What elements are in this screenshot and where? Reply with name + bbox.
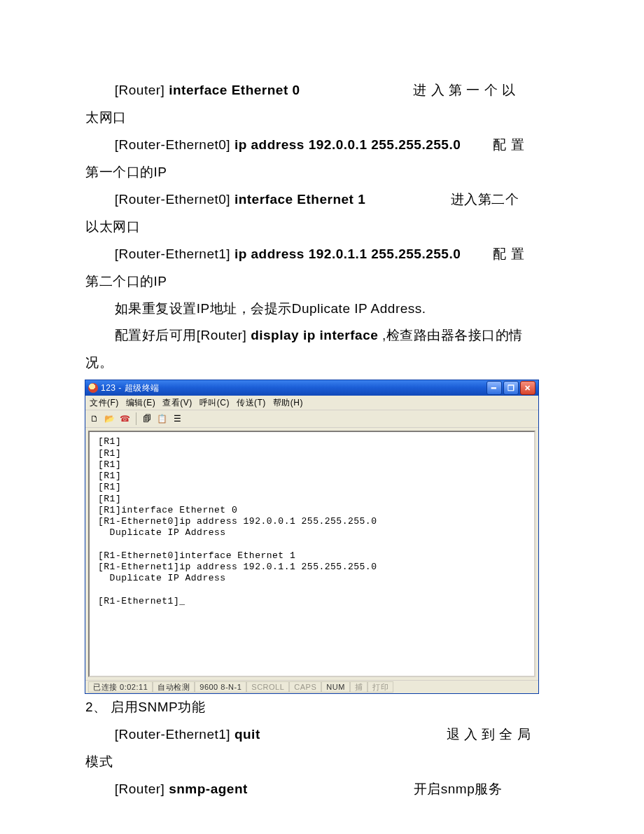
command-text: interface Ethernet 1 [234,192,365,207]
description-text: 退 入 到 全 局 [447,727,531,742]
status-num: NUM [321,681,350,693]
terminal-window: 123 - 超级终端 ━ ❐ ✕ 文件(F) 编辑(E) 查看(V) 呼叫(C)… [85,380,559,694]
paste-icon[interactable]: 📋 [156,412,169,425]
new-icon[interactable]: 🗋 [88,412,101,425]
description-text: 开启snmp服务 [414,781,502,796]
doc-line: [Router-Ethernet1] quit 退 入 到 全 局 [85,721,559,749]
doc-line: [Router] interface Ethernet 0 进 入 第 一 个 … [85,77,559,104]
prompt-text: [Router] [115,83,169,97]
doc-line: 如果重复设置IP地址，会提示Duplicate IP Address. [85,296,559,323]
prompt-text: [Router-Ethernet0] [115,137,234,152]
toolbar: 🗋 📂 ☎ 🗐 📋 ☰ [85,410,538,428]
menu-call[interactable]: 呼叫(C) [200,394,230,412]
menu-edit[interactable]: 编辑(E) [126,394,156,412]
menu-transfer[interactable]: 传送(T) [237,394,266,412]
prompt-text: [Router-Ethernet1] [115,246,234,261]
command-text: display ip interface [251,328,378,342]
command-text: snmp-agent [169,781,248,796]
connect-icon[interactable]: ☎ [119,412,132,425]
command-text: ip address 192.0.0.1 255.255.255.0 [234,137,461,152]
doc-line: [Router-Ethernet1] ip address 192.0.1.1 … [85,241,559,268]
status-baud: 9600 8-N-1 [195,681,246,693]
prompt-text: [Router-Ethernet0] [115,192,234,207]
command-text: ip address 192.0.1.1 255.255.255.0 [234,246,461,261]
close-button[interactable]: ✕ [520,381,536,395]
status-cap: 捕 [350,681,368,693]
menu-view[interactable]: 查看(V) [162,394,192,412]
maximize-button[interactable]: ❐ [503,381,519,395]
description-text: 配 置 [493,137,524,152]
doc-line: 配置好后可用[Router] display ip interface ,检查路… [85,322,559,349]
doc-line: 第一个口的IP [85,159,559,186]
command-text: quit [234,727,260,742]
description-text: 进 入 第 一 个 以 [413,83,515,97]
status-scroll: SCROLL [246,681,289,693]
doc-line: [Router-Ethernet0] interface Ethernet 1 … [85,186,559,214]
prompt-text: 配置好后可用[Router] [115,328,251,342]
doc-line: 况。 [85,349,559,377]
prompt-text: [Router-Ethernet1] [115,727,234,742]
titlebar[interactable]: 123 - 超级终端 ━ ❐ ✕ [85,380,538,396]
status-caps: CAPS [289,681,321,693]
prompt-text: [Router] [115,781,169,796]
description-text: 配 置 [493,246,524,261]
properties-icon[interactable]: ☰ [172,412,184,425]
doc-line: [Router-Ethernet0] ip address 192.0.0.1 … [85,132,559,159]
doc-line: 2、 启用SNMP功能 [85,694,559,721]
minimize-button[interactable]: ━ [486,381,502,395]
menu-file[interactable]: 文件(F) [90,394,119,412]
menubar: 文件(F) 编辑(E) 查看(V) 呼叫(C) 传送(T) 帮助(H) [85,396,538,410]
command-text: interface Ethernet 0 [169,83,300,97]
copy-icon[interactable]: 🗐 [141,412,153,425]
description-text: 进入第二个 [451,192,519,207]
doc-line: 以太网口 [85,214,559,241]
statusbar: 已连接 0:02:11 自动检测 9600 8-N-1 SCROLL CAPS … [85,680,538,693]
menu-help[interactable]: 帮助(H) [273,394,303,412]
status-detect: 自动检测 [153,681,195,693]
app-icon [88,383,98,393]
doc-line: 第二个口的IP [85,268,559,296]
terminal-output[interactable]: [R1] [R1] [R1] [R1] [R1] [R1] [R1]interf… [88,431,536,677]
toolbar-separator [136,412,136,425]
doc-line: 太网口 [85,104,559,132]
description-text: ,检查路由器各接口的情 [382,328,523,342]
status-print: 打印 [368,681,393,693]
doc-line: 模式 [85,749,559,776]
status-connection: 已连接 0:02:11 [88,681,153,693]
doc-line: [Router] snmp-agent 开启snmp服务 [85,776,559,803]
open-icon[interactable]: 📂 [104,412,116,425]
